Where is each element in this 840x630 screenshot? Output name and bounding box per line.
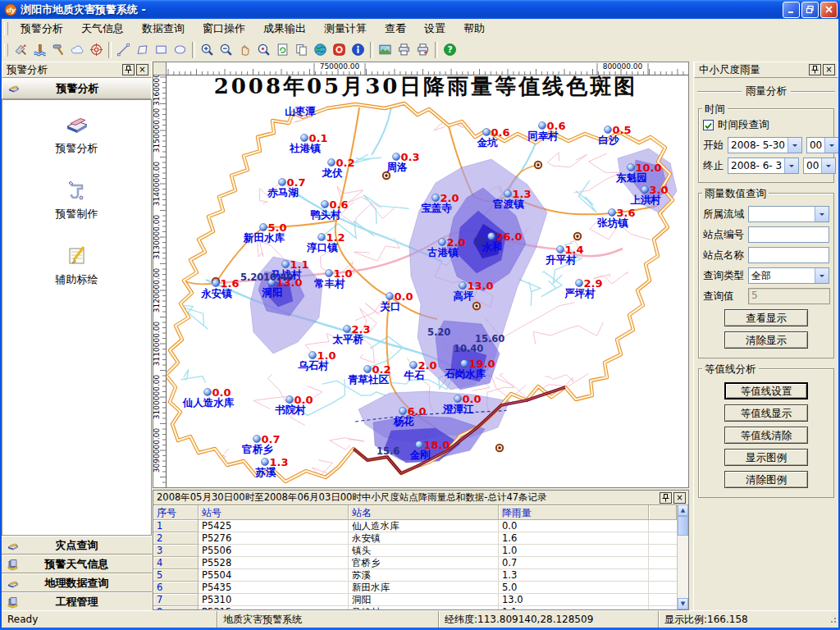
table-row[interactable]: 1P5425仙人造水库0.0 xyxy=(153,520,677,532)
ellipse-tool-icon[interactable] xyxy=(171,41,189,59)
line-tool-icon[interactable] xyxy=(114,41,133,59)
close-icon[interactable]: × xyxy=(823,64,835,75)
table-row[interactable]: 2P5276永安镇1.6 xyxy=(153,532,677,545)
zoom-out-icon[interactable] xyxy=(217,41,235,59)
pin-icon[interactable] xyxy=(809,64,821,75)
sidebar-nav-item[interactable]: 预警天气信息 xyxy=(2,555,152,573)
pin-icon[interactable] xyxy=(660,492,672,504)
column-header-filler xyxy=(649,505,677,520)
station-name-input[interactable] xyxy=(748,247,829,263)
start-hour-combo[interactable]: 00 xyxy=(806,137,839,153)
contour-button-5[interactable]: 清除图例 xyxy=(724,471,808,488)
close-icon[interactable]: × xyxy=(673,492,686,504)
column-header[interactable]: 序号 xyxy=(153,505,199,520)
svg-text:乌石村: 乌石村 xyxy=(298,359,329,372)
table-cell: P5528 xyxy=(199,557,349,569)
table-row[interactable]: 8P5315马战村1.1 xyxy=(153,606,677,609)
contour-button-1[interactable]: 等值线设置 xyxy=(724,382,808,399)
resize-grip[interactable] xyxy=(827,611,838,628)
status-app: 地质灾害预警系统 xyxy=(217,611,438,628)
row-number-cell: 1 xyxy=(153,520,199,532)
svg-text:关口: 关口 xyxy=(380,300,401,313)
query-type-combo[interactable]: 全部 xyxy=(748,267,829,284)
close-button[interactable] xyxy=(820,2,838,18)
station-id-input[interactable] xyxy=(748,226,829,243)
end-time-row: 终止 2008- 6- 3 00 xyxy=(703,158,829,174)
chevron-down-icon[interactable] xyxy=(824,138,838,153)
menu-item[interactable]: 设置 xyxy=(415,20,454,38)
start-date-combo[interactable]: 2008- 5-30 xyxy=(728,137,802,153)
locate-target-icon[interactable] xyxy=(87,41,106,59)
table-row[interactable]: 5P5504苏溪1.3 xyxy=(153,569,677,582)
menu-item[interactable]: 成果输出 xyxy=(254,20,315,38)
chevron-down-icon[interactable] xyxy=(784,158,798,173)
print-icon[interactable] xyxy=(395,41,413,59)
svg-text:金坑: 金坑 xyxy=(477,136,499,148)
left-tool-item[interactable]: 辅助标绘 xyxy=(32,243,122,287)
menu-item[interactable]: 测量计算 xyxy=(315,20,376,38)
menu-item[interactable]: 数据查询 xyxy=(133,20,194,38)
cloud-icon[interactable] xyxy=(68,41,87,59)
chevron-down-icon[interactable] xyxy=(788,138,801,153)
status-ready: Ready xyxy=(2,611,217,628)
chevron-down-icon[interactable] xyxy=(815,268,829,283)
menu-item[interactable]: 帮助 xyxy=(454,20,494,38)
left-tool-item[interactable]: 预警分析 xyxy=(32,112,122,156)
info-icon[interactable] xyxy=(349,41,368,59)
column-header[interactable]: 站号 xyxy=(199,505,349,520)
basin-combo[interactable] xyxy=(748,206,829,222)
minimize-button[interactable] xyxy=(783,2,800,18)
refresh-icon[interactable] xyxy=(273,41,292,59)
scroll-thumb[interactable] xyxy=(678,516,688,536)
time-range-checkbox[interactable] xyxy=(703,120,714,130)
globe-icon[interactable] xyxy=(311,41,330,59)
end-date-combo[interactable]: 2008- 6- 3 xyxy=(728,158,799,174)
map-canvas[interactable]: 0.1社港镇0.3周洛0.6金坑0.6同幸村0.5白沙0.2龙伏0.7赤马湖0.… xyxy=(167,75,688,487)
zoom-center-icon[interactable] xyxy=(254,41,273,59)
left-panel-group-header[interactable]: 预警分析 xyxy=(2,78,152,99)
column-header[interactable]: 站名 xyxy=(349,505,499,520)
menu-item[interactable]: 天气信息 xyxy=(72,20,133,38)
menu-item[interactable]: 预警分析 xyxy=(11,20,72,38)
polygon-tool-icon[interactable] xyxy=(133,41,152,59)
contour-button-4[interactable]: 显示图例 xyxy=(724,449,808,466)
restore-button[interactable] xyxy=(801,2,819,18)
map-canvas-wrap: 0.1社港镇0.3周洛0.6金坑0.6同幸村0.5白沙0.2龙伏0.7赤马湖0.… xyxy=(167,75,688,487)
menu-item[interactable]: 窗口操作 xyxy=(194,20,254,38)
water-station-icon[interactable] xyxy=(30,41,49,59)
table-row[interactable]: 7P5310洞阳13.0 xyxy=(153,594,677,606)
chevron-down-icon[interactable] xyxy=(815,207,829,221)
toolbar-grip[interactable] xyxy=(4,43,8,57)
table-row[interactable]: 4P5528官桥乡0.7 xyxy=(153,557,677,569)
sidebar-nav-item[interactable]: 工程管理 xyxy=(2,592,152,611)
zoom-in-icon[interactable] xyxy=(198,41,217,59)
menu-grip[interactable] xyxy=(4,22,8,35)
contour-button-2[interactable]: 等值线显示 xyxy=(724,404,808,422)
menu-item[interactable]: 查看 xyxy=(376,20,415,38)
left-tool-item[interactable]: 预警制作 xyxy=(32,177,122,221)
copy-icon[interactable] xyxy=(292,41,311,59)
print-preview-icon[interactable] xyxy=(413,41,432,59)
table-row[interactable]: 6P5435新田水库5.0 xyxy=(153,582,677,594)
pan-icon[interactable] xyxy=(235,41,254,59)
close-icon[interactable]: × xyxy=(136,64,148,75)
scroll-up-icon[interactable]: ▲ xyxy=(678,504,688,516)
clear-display-button[interactable]: 清除显示 xyxy=(724,331,808,349)
show-display-button[interactable]: 查看显示 xyxy=(724,309,808,326)
table-scrollbar[interactable]: ▲ ▼ xyxy=(677,504,688,609)
contour-button-3[interactable]: 等值线清除 xyxy=(724,427,808,444)
sidebar-nav-item[interactable]: 地理数据查询 xyxy=(2,573,152,592)
hammer-icon[interactable] xyxy=(49,41,68,59)
scroll-down-icon[interactable]: ▼ xyxy=(678,598,688,609)
pin-icon[interactable] xyxy=(122,64,135,75)
sidebar-nav-item[interactable]: 灾点查询 xyxy=(2,536,152,555)
chevron-down-icon[interactable] xyxy=(821,158,835,173)
export-image-icon[interactable] xyxy=(376,41,395,59)
column-header[interactable]: 降雨量 xyxy=(499,505,649,520)
end-hour-combo[interactable]: 00 xyxy=(803,158,836,174)
help-icon[interactable]: ? xyxy=(441,41,459,59)
stop-icon[interactable] xyxy=(330,41,349,59)
rectangle-tool-icon[interactable] xyxy=(152,41,171,59)
warning-analysis-icon[interactable] xyxy=(11,41,30,59)
table-row[interactable]: 3P5506镇头1.0 xyxy=(153,545,677,557)
